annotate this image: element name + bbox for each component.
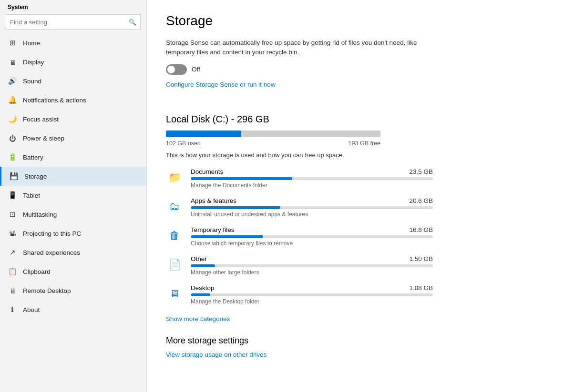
nav-label-shared: Shared experiences [23,249,80,256]
nav-item-display[interactable]: 🖥 Display [0,52,146,71]
apps-icon: 🗂 [166,198,183,215]
configure-link[interactable]: Configure Storage Sense or run it now [166,81,276,88]
battery-icon: 🔋 [8,152,17,162]
nav-label-notifications: Notifications & actions [23,97,86,104]
apps-header: Apps & features 20.6 GB [191,197,433,204]
disk-description: This is how your storage is used and how… [166,151,555,159]
category-row-desktop: 🖥 Desktop 1.08 GB Manage the Desktop fol… [166,284,433,305]
apps-bar-container [191,206,433,209]
more-settings-title: More storage settings [166,336,555,346]
shared-icon: ↗ [8,248,17,257]
disk-free-label: 193 GB free [348,140,380,147]
apps-info: Apps & features 20.6 GB Uninstall unused… [191,197,433,218]
nav-label-focus: Focus assist [23,116,59,123]
category-row-temp: 🗑 Temporary files 16.8 GB Choose which t… [166,226,433,247]
remote-icon: 🖥 [8,286,17,295]
clipboard-icon: 📋 [8,267,17,276]
desktop-size: 1.08 GB [409,284,433,291]
nav-item-storage[interactable]: 💾 Storage [0,167,146,186]
sound-icon: 🔊 [8,76,17,86]
disk-bar-container [166,131,380,137]
documents-info: Documents 23.5 GB Manage the Documents f… [191,168,433,189]
temp-info: Temporary files 16.8 GB Choose which tem… [191,226,433,247]
other-icon: 📄 [166,256,183,273]
home-icon: ⊞ [8,38,17,48]
nav-item-about[interactable]: ℹ About [0,300,146,319]
temp-name[interactable]: Temporary files [191,226,235,233]
nav-item-focus[interactable]: 🌙 Focus assist [0,110,146,129]
disk-bar-used [166,131,241,137]
temp-sub: Choose which temporary files to remove [191,240,433,247]
search-input[interactable] [10,19,129,26]
disk-used-label: 102 GB used [166,140,201,147]
temp-size: 16.8 GB [409,226,433,233]
nav-item-tablet[interactable]: 📱 Tablet [0,186,146,205]
documents-bar-container [191,177,433,180]
apps-size: 20.6 GB [409,197,433,204]
disk-title: Local Disk (C:) - 296 GB [166,114,555,125]
nav-label-remote: Remote Desktop [23,287,71,294]
temp-bar-container [191,235,433,238]
category-row-documents: 📁 Documents 23.5 GB Manage the Documents… [166,168,433,189]
nav-label-power: Power & sleep [23,135,64,142]
desktop-icon: 🖥 [166,285,183,302]
nav-item-notifications[interactable]: 🔔 Notifications & actions [0,90,146,110]
other-bar-fill [191,264,215,267]
power-icon: ⏻ [8,133,17,143]
projecting-icon: 📽 [8,229,17,238]
other-name[interactable]: Other [191,255,207,262]
temp-icon: 🗑 [166,227,183,244]
apps-name[interactable]: Apps & features [191,197,236,204]
nav-item-remote[interactable]: 🖥 Remote Desktop [0,281,146,300]
view-other-drives-link[interactable]: View storage usage on other drives [166,351,266,358]
nav-label-tablet: Tablet [23,192,40,199]
about-icon: ℹ [8,305,17,314]
storage-sense-toggle-row: Off [166,64,555,75]
nav-item-multitasking[interactable]: ⊡ Multitasking [0,205,146,224]
other-size: 1.50 GB [409,255,433,262]
storage-sense-description: Storage Sense can automatically free up … [166,38,433,58]
desktop-info: Desktop 1.08 GB Manage the Desktop folde… [191,284,433,305]
nav-list: ⊞ Home 🖥 Display 🔊 Sound 🔔 Notifications… [0,33,146,319]
nav-item-power[interactable]: ⏻ Power & sleep [0,129,146,148]
main-content: Storage Storage Sense can automatically … [147,0,574,392]
toggle-label: Off [192,66,200,73]
desktop-name[interactable]: Desktop [191,284,215,291]
show-more-link[interactable]: Show more categories [166,315,230,322]
desktop-bar-fill [191,293,210,296]
nav-item-home[interactable]: ⊞ Home [0,33,146,52]
search-icon: 🔍 [129,19,136,26]
other-sub: Manage other large folders [191,269,433,276]
documents-icon: 📁 [166,169,183,186]
nav-label-multitasking: Multitasking [23,211,57,218]
nav-item-shared[interactable]: ↗ Shared experiences [0,243,146,262]
category-row-other: 📄 Other 1.50 GB Manage other large folde… [166,255,433,276]
nav-label-projecting: Projecting to this PC [23,230,81,237]
nav-item-battery[interactable]: 🔋 Battery [0,148,146,167]
desktop-sub: Manage the Desktop folder [191,298,433,305]
other-info: Other 1.50 GB Manage other large folders [191,255,433,276]
temp-bar-fill [191,235,263,238]
nav-label-about: About [23,306,40,313]
nav-item-projecting[interactable]: 📽 Projecting to this PC [0,224,146,243]
apps-sub: Uninstall unused or undesired apps & fea… [191,211,433,218]
apps-bar-fill [191,206,280,209]
documents-header: Documents 23.5 GB [191,168,433,175]
documents-name[interactable]: Documents [191,168,223,175]
nav-item-sound[interactable]: 🔊 Sound [0,71,146,90]
documents-size: 23.5 GB [409,168,433,175]
nav-item-clipboard[interactable]: 📋 Clipboard [0,262,146,281]
notifications-icon: 🔔 [8,95,17,105]
system-label: System [0,0,146,12]
tablet-icon: 📱 [8,191,17,200]
documents-sub: Manage the Documents folder [191,182,433,189]
search-box[interactable]: 🔍 [6,14,141,30]
other-bar-container [191,264,433,267]
temp-header: Temporary files 16.8 GB [191,226,433,233]
nav-label-battery: Battery [23,154,43,161]
categories-list: 📁 Documents 23.5 GB Manage the Documents… [166,168,555,305]
display-icon: 🖥 [8,57,17,67]
storage-sense-toggle[interactable] [166,64,187,75]
disk-labels: 102 GB used 193 GB free [166,140,380,147]
desktop-bar-container [191,293,433,296]
